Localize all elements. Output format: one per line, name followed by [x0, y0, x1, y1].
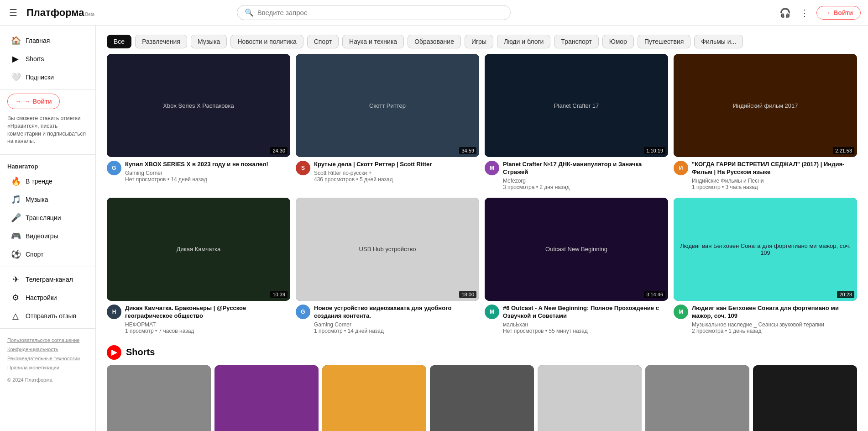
video-info-1: G Купил XBOX SERIES X в 2023 году и не п… — [107, 161, 290, 183]
video-card-2[interactable]: Скотт Риттер 34:59 S Крутые дела | Скотт… — [296, 54, 479, 190]
search-box[interactable]: 🔍 — [237, 5, 511, 20]
short-thumbnail-1 — [107, 365, 211, 431]
category-pill-transport[interactable]: Транспорт — [554, 35, 598, 48]
sidebar-label-streams: Трансляции — [26, 214, 61, 221]
video-meta-6: Новое устройство видеозахвата для удобно… — [314, 305, 479, 334]
video-meta-2: Крутые дела | Скотт Риттер | Scott Ritte… — [314, 161, 479, 183]
sidebar-label-music: Музыка — [26, 196, 48, 203]
footer-link-privacy[interactable]: Конфиденциальность — [7, 345, 88, 354]
category-pill-sport[interactable]: Спорт — [307, 35, 339, 48]
video-thumbnail-3: Planet Crafter 17 1:10:19 — [485, 54, 668, 157]
video-card-6[interactable]: USB Hub устройство 18:00 G Новое устройс… — [296, 198, 479, 334]
more-options-button[interactable]: ⋮ — [798, 5, 811, 20]
shorts-section-title: Shorts — [126, 347, 155, 357]
channel-name-5: НЕФОРМАТ — [125, 321, 290, 328]
home-icon: 🏠 — [11, 36, 20, 46]
sidebar-item-shorts[interactable]: ▶ Shorts — [4, 50, 92, 68]
sidebar-login-hint: Вы сможете ставить отметки «Нравится», п… — [0, 113, 95, 151]
channel-avatar-4: И — [674, 161, 688, 175]
category-pill-news[interactable]: Новости и политика — [230, 35, 303, 48]
category-pill-education[interactable]: Образование — [408, 35, 461, 48]
header: ☰ Платформа Beta 🔍 🎧 ⋮ → Войти — [0, 0, 868, 26]
category-pill-science[interactable]: Наука и техника — [342, 35, 404, 48]
video-card-3[interactable]: Planet Crafter 17 1:10:19 M Planet Craft… — [485, 54, 668, 190]
short-card-6[interactable] — [645, 365, 749, 431]
short-thumbnail-4 — [430, 365, 534, 431]
video-info-3: M Planet Crafter №17 ДНК-манипулятор и З… — [485, 161, 668, 190]
category-pill-humor[interactable]: Юмор — [602, 35, 634, 48]
footer-link-agreement[interactable]: Пользовательское соглашение — [7, 336, 88, 345]
video-card-8[interactable]: Людвиг ван Бетховен Соната для фортепиан… — [674, 198, 857, 334]
header-left: ☰ Платформа Beta — [7, 5, 103, 20]
shorts-grid: Готову Степана до школи Моё детство зако… — [107, 365, 857, 431]
sidebar-item-streams[interactable]: 🎤 Трансляции — [4, 209, 92, 226]
channel-name-3: Mefezorg — [503, 178, 668, 184]
video-card-7[interactable]: Outcast New Beginning 3:14:46 М #6 Outca… — [485, 198, 668, 334]
menu-toggle-button[interactable]: ☰ — [7, 5, 19, 20]
heart-icon: 🤍 — [11, 72, 20, 82]
sidebar: 🏠 Главная ▶ Shorts 🤍 Подписки → → Войти … — [0, 26, 96, 431]
sidebar-item-music[interactable]: 🎵 Музыка — [4, 191, 92, 208]
video-meta-8: Людвиг ван Бетховен Соната для фортепиан… — [692, 305, 857, 334]
short-thumbnail-2 — [214, 365, 319, 431]
sidebar-item-games[interactable]: 🎮 Видеоигры — [4, 227, 92, 245]
video-duration-6: 18:00 — [459, 291, 476, 298]
sidebar-item-feedback[interactable]: △ Отправить отзыв — [4, 307, 92, 325]
sidebar-login-button[interactable]: → → Войти — [7, 94, 60, 109]
footer-link-recommendations[interactable]: Рекомендательные технологии — [7, 354, 88, 363]
category-pill-entertainment[interactable]: Развлечения — [135, 35, 187, 48]
sidebar-label-subscriptions: Подписки — [26, 74, 54, 81]
sidebar-item-trending[interactable]: 🔥 В тренде — [4, 173, 92, 190]
sidebar-login-arrow-icon: → — [15, 98, 21, 105]
short-card-3[interactable] — [322, 365, 426, 431]
sidebar-item-sport[interactable]: ⚽ Спорт — [4, 246, 92, 263]
sidebar-item-subscriptions[interactable]: 🤍 Подписки — [4, 68, 92, 86]
video-stats-7: Нет просмотров • 55 минут назад — [503, 328, 668, 334]
video-title-3: Planet Crafter №17 ДНК-манипулятор и Зан… — [503, 161, 668, 176]
channel-name-6: Gaming Corner — [314, 321, 479, 328]
headphone-button[interactable]: 🎧 — [778, 5, 793, 20]
search-input[interactable] — [257, 9, 503, 16]
sidebar-item-telegram[interactable]: ✈ Телеграм-канал — [4, 271, 92, 288]
sidebar-label-home: Главная — [26, 37, 50, 44]
video-card-1[interactable]: Xbox Series X Распаковка 24:30 G Купил X… — [107, 54, 290, 190]
short-card-1[interactable] — [107, 365, 211, 431]
channel-avatar-3: M — [485, 161, 499, 175]
channel-name-1: Gaming Corner — [125, 170, 290, 176]
category-pill-games[interactable]: Игры — [465, 35, 493, 48]
category-pill-all[interactable]: Все — [107, 35, 131, 48]
category-pill-music[interactable]: Музыка — [191, 35, 227, 48]
video-info-5: Н Дикая Камчатка. Браконьеры | @Русское … — [107, 305, 290, 334]
channel-avatar-5: Н — [107, 305, 121, 319]
sidebar-label-games: Видеоигры — [26, 232, 58, 240]
sidebar-item-settings[interactable]: ⚙ Настройки — [4, 289, 92, 306]
video-title-5: Дикая Камчатка. Браконьеры | @Русское ге… — [125, 305, 290, 320]
video-stats-8: 2 просмотра • 1 день назад — [692, 328, 857, 334]
video-duration-3: 1:10:19 — [644, 147, 665, 154]
category-pill-people[interactable]: Люди и блоги — [497, 35, 550, 48]
feedback-icon: △ — [11, 311, 20, 321]
category-pill-travel[interactable]: Путешествия — [638, 35, 690, 48]
short-card-5[interactable]: Готову Степана до школи — [538, 365, 642, 431]
sidebar-item-home[interactable]: 🏠 Главная — [4, 32, 92, 49]
category-pill-films[interactable]: Фильмы и... — [694, 35, 743, 48]
video-stats-5: 1 просмотр • 7 часов назад — [125, 328, 290, 334]
short-card-7[interactable]: Моё детство закончилось тогда, когда мам… — [753, 365, 857, 431]
logo-beta: Beta — [85, 12, 95, 17]
video-card-4[interactable]: Индийский фильм 2017 2:21:53 И "КОГДА ГА… — [674, 54, 857, 190]
shorts-section-icon: ▶ — [107, 345, 121, 360]
video-thumbnail-6: USB Hub устройство 18:00 — [296, 198, 479, 301]
video-card-5[interactable]: Дикая Камчатка 10:39 Н Дикая Камчатка. Б… — [107, 198, 290, 334]
short-card-4[interactable] — [430, 365, 534, 431]
video-thumbnail-2: Скотт Риттер 34:59 — [296, 54, 479, 157]
short-thumbnail-6 — [645, 365, 749, 431]
header-login-button[interactable]: → Войти — [816, 6, 861, 20]
video-thumbnail-1: Xbox Series X Распаковка 24:30 — [107, 54, 290, 157]
footer-link-monetization[interactable]: Правила монетизации — [7, 363, 88, 373]
video-stats-2: 436 просмотров • 5 дней назад — [314, 176, 479, 183]
short-card-2[interactable] — [214, 365, 319, 431]
video-meta-3: Planet Crafter №17 ДНК-манипулятор и Зан… — [503, 161, 668, 190]
sidebar-label-trending: В тренде — [26, 178, 52, 185]
video-info-8: М Людвиг ван Бетховен Соната для фортепи… — [674, 305, 857, 334]
logo-text: Платформа — [26, 7, 84, 19]
